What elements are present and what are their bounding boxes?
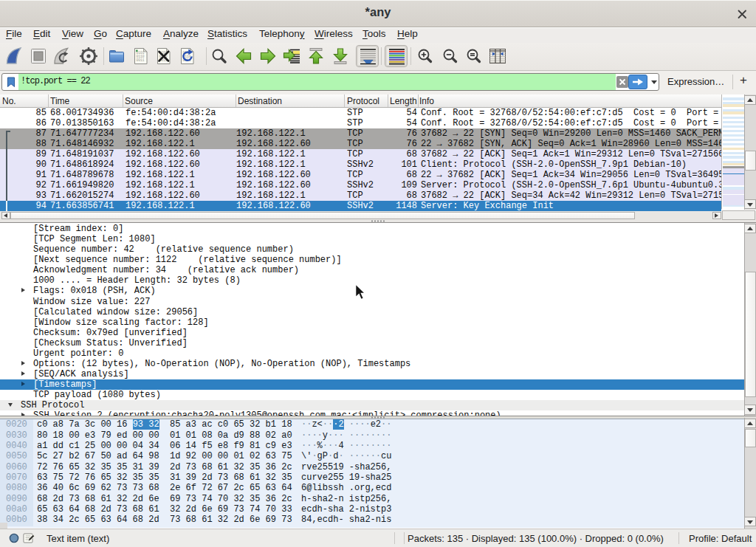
svg-text:0011: 0011 bbox=[137, 58, 145, 62]
